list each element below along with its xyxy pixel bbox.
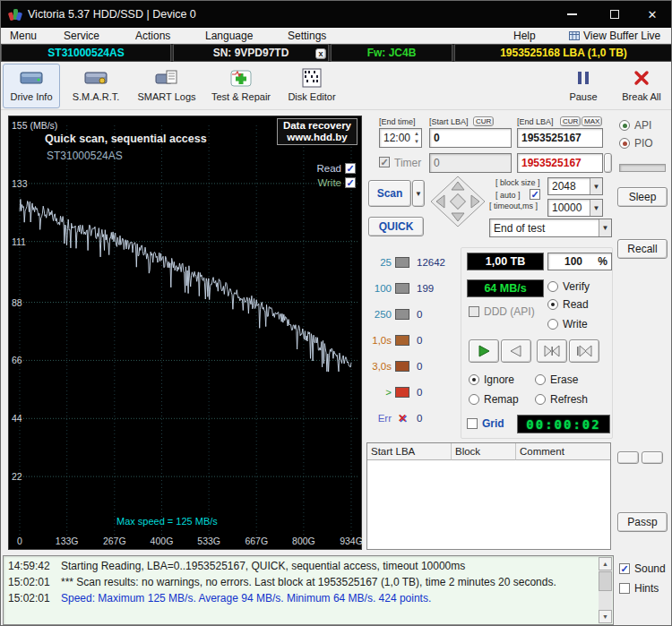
toolbar-disk-editor-button[interactable]: Disk Editor [280,64,343,108]
timer-value-input[interactable]: 0 [429,153,512,173]
refresh-radio[interactable] [535,394,546,405]
end-lba-cur-button[interactable]: CUR [560,116,581,126]
menu-item-settings[interactable]: Settings [288,30,326,42]
sound-checkbox-row[interactable]: ✓ Sound [619,562,666,575]
end-time-spinner[interactable]: 12:00 ▲▼ [379,128,422,148]
toolbar-test-repair-button[interactable]: Test & Repair [205,64,277,108]
legend-read-row: Read ✓ [317,163,357,174]
bin-count-4: 0 [417,361,422,372]
lba-mini-button[interactable] [604,153,612,173]
ignore-label: Ignore [484,373,514,386]
step-back-button[interactable] [501,339,531,363]
x-tick-label: 0 [7,536,32,546]
pio-radio-row[interactable]: PIO [619,137,653,150]
menu-item-service[interactable]: Service [64,30,99,42]
side-mini-button-2[interactable] [642,451,663,464]
menu-item-actions[interactable]: Actions [135,30,170,42]
sleep-button[interactable]: Sleep [617,187,668,207]
serial-close-button[interactable]: x [315,48,326,59]
recall-button[interactable]: Recall [617,239,668,259]
auto-checkbox[interactable]: ✓ [530,189,540,200]
scan-dropdown-button[interactable]: ▼ [412,180,425,207]
refresh-radio-row[interactable]: Refresh [535,393,588,406]
grid-checkbox-row[interactable]: Grid [467,417,504,430]
remap-radio[interactable] [469,394,479,405]
remaining-lba-input[interactable]: 1953525167 [517,153,603,173]
block-size-combo[interactable]: 2048 ▼ [547,177,603,195]
bin-label-1: 100 [368,283,392,294]
remap-radio-row[interactable]: Remap [469,393,519,406]
side-mini-button-1[interactable] [617,451,639,464]
toolbar-drive-info-button[interactable]: Drive Info [3,64,60,108]
log-scrollbar[interactable]: ▲ ▼ [599,557,612,623]
start-test-button[interactable] [469,339,499,363]
legend-write-checkbox[interactable]: ✓ [345,177,356,188]
menu-item-language[interactable]: Language [205,30,253,42]
legend-read-checkbox[interactable]: ✓ [345,163,356,174]
ignore-radio[interactable] [469,374,479,385]
x-tick-label: 800G [291,536,316,546]
scroll-up-icon[interactable]: ▲ [599,557,612,570]
toolbar-smart-button[interactable]: S.M.A.R.T. [65,64,126,108]
end-time-value: 12:00 [383,132,410,144]
end-of-test-dropdown-icon[interactable]: ▼ [599,219,611,236]
pio-radio[interactable] [619,138,630,149]
results-table: Start LBA Block Comment [366,442,611,550]
play-icon [476,345,492,357]
device-info-bar: ST31000524AS SN: 9VPD97TD x Fw: JC4B 195… [1,44,672,62]
hints-checkbox[interactable] [619,583,630,594]
erase-radio[interactable] [535,374,546,385]
start-lba-cur-button[interactable]: CUR [473,116,494,126]
start-lba-label: [Start LBA] [429,117,469,126]
write-radio[interactable] [547,319,558,330]
ignore-radio-row[interactable]: Ignore [469,373,514,386]
spinner-arrows-icon[interactable]: ▲▼ [414,130,419,146]
verify-radio-row[interactable]: Verify [547,280,590,293]
read-radio[interactable] [547,299,558,310]
passp-button[interactable]: Passp [617,512,668,532]
scroll-down-icon[interactable]: ▼ [599,610,612,623]
break-all-button[interactable]: Break All [614,64,669,108]
window-title: Victoria 5.37 HDD/SSD | Device 0 [28,8,196,21]
skip-end-button[interactable] [569,339,599,363]
menu-item-menu[interactable]: Menu [10,30,37,42]
scroll-thumb[interactable] [599,571,612,591]
start-lba-input[interactable]: 0 [429,128,512,148]
skip-forward-button[interactable] [537,339,567,363]
menu-item-view-buffer-live[interactable]: View Buffer Live [583,30,660,42]
timer-checkbox[interactable]: ✓ [379,157,390,167]
sound-checkbox[interactable]: ✓ [619,563,630,574]
timeout-dropdown-icon[interactable]: ▼ [590,200,602,216]
pause-label: Pause [569,91,597,102]
pause-button[interactable]: Pause [558,64,608,108]
end-of-test-combo[interactable]: End of test ▼ [489,219,612,237]
read-radio-row[interactable]: Read [547,298,589,311]
write-radio-row[interactable]: Write [547,318,588,330]
erase-radio-row[interactable]: Erase [535,373,578,386]
x-tick-label: 667G [244,536,269,546]
grid-checkbox[interactable] [467,418,478,429]
hints-checkbox-row[interactable]: Hints [619,582,659,595]
ddd-checkbox-row[interactable]: DDD (API) [469,305,535,318]
toolbar-smart-logs-button[interactable]: SMART Logs [134,64,200,108]
side-column: API PIO Sleep Recall Passp [617,116,671,550]
buffer-grid-icon [569,31,580,40]
api-radio[interactable] [619,120,630,131]
minimize-button[interactable] [556,1,587,28]
close-button[interactable]: ✕ [637,1,668,28]
end-lba-input[interactable]: 1953525167 [517,128,603,148]
timeout-combo[interactable]: 10000 ▼ [547,199,603,217]
verify-radio[interactable] [547,281,558,292]
dpad-control[interactable] [429,175,487,228]
maximize-button[interactable] [599,1,630,28]
scan-button[interactable]: Scan [368,180,411,207]
device-serial-text: SN: 9VPD97TD [213,47,289,59]
quick-button[interactable]: QUICK [368,217,424,236]
legend-write-label: Write [317,177,341,188]
api-radio-row[interactable]: API [619,119,651,132]
end-lba-max-button[interactable]: MAX [582,116,602,126]
ddd-checkbox[interactable] [469,306,479,317]
bin-label-4: 3,0s [368,361,392,372]
menu-item-help[interactable]: Help [513,30,536,42]
block-size-dropdown-icon[interactable]: ▼ [590,178,602,194]
